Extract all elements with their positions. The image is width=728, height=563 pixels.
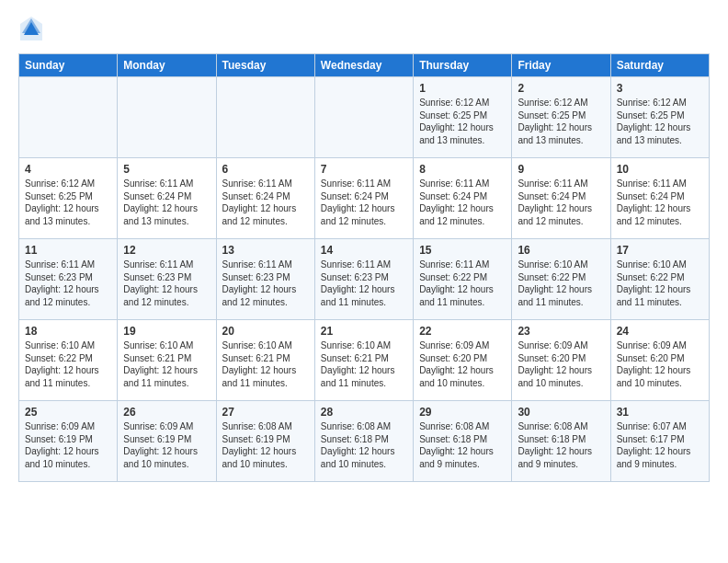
day-number: 12 bbox=[123, 244, 210, 257]
day-number: 14 bbox=[321, 244, 407, 257]
calendar-day-cell: 19Sunrise: 6:10 AM Sunset: 6:21 PM Dayli… bbox=[118, 320, 216, 401]
calendar-day-cell: 26Sunrise: 6:09 AM Sunset: 6:19 PM Dayli… bbox=[118, 401, 216, 482]
day-number: 17 bbox=[617, 244, 703, 257]
logo bbox=[18, 15, 48, 44]
day-number: 10 bbox=[617, 163, 703, 176]
day-info: Sunrise: 6:11 AM Sunset: 6:24 PM Dayligh… bbox=[321, 178, 407, 227]
day-info: Sunrise: 6:10 AM Sunset: 6:22 PM Dayligh… bbox=[617, 259, 703, 308]
calendar-day-header: Saturday bbox=[610, 54, 709, 77]
day-info: Sunrise: 6:11 AM Sunset: 6:23 PM Dayligh… bbox=[123, 259, 210, 308]
day-info: Sunrise: 6:09 AM Sunset: 6:20 PM Dayligh… bbox=[617, 339, 703, 389]
logo-icon bbox=[18, 15, 44, 44]
day-number: 29 bbox=[419, 406, 506, 419]
day-info: Sunrise: 6:08 AM Sunset: 6:18 PM Dayligh… bbox=[419, 420, 506, 470]
day-number: 18 bbox=[25, 325, 111, 338]
day-info: Sunrise: 6:12 AM Sunset: 6:25 PM Dayligh… bbox=[617, 97, 703, 146]
calendar-day-cell: 17Sunrise: 6:10 AM Sunset: 6:22 PM Dayli… bbox=[610, 239, 709, 320]
day-info: Sunrise: 6:10 AM Sunset: 6:21 PM Dayligh… bbox=[321, 339, 407, 389]
calendar-day-cell: 27Sunrise: 6:08 AM Sunset: 6:19 PM Dayli… bbox=[216, 401, 314, 482]
day-info: Sunrise: 6:11 AM Sunset: 6:24 PM Dayligh… bbox=[222, 178, 309, 227]
calendar-day-header: Thursday bbox=[414, 54, 512, 77]
header bbox=[18, 15, 710, 44]
day-info: Sunrise: 6:09 AM Sunset: 6:20 PM Dayligh… bbox=[518, 339, 604, 389]
day-info: Sunrise: 6:10 AM Sunset: 6:22 PM Dayligh… bbox=[518, 259, 604, 308]
day-number: 23 bbox=[518, 325, 604, 338]
day-info: Sunrise: 6:10 AM Sunset: 6:21 PM Dayligh… bbox=[222, 339, 309, 389]
calendar-day-cell: 13Sunrise: 6:11 AM Sunset: 6:23 PM Dayli… bbox=[216, 239, 314, 320]
calendar-day-header: Friday bbox=[512, 54, 610, 77]
calendar-day-cell: 7Sunrise: 6:11 AM Sunset: 6:24 PM Daylig… bbox=[314, 158, 413, 239]
calendar-day-cell: 6Sunrise: 6:11 AM Sunset: 6:24 PM Daylig… bbox=[216, 158, 314, 239]
day-info: Sunrise: 6:09 AM Sunset: 6:19 PM Dayligh… bbox=[25, 420, 111, 470]
day-number: 25 bbox=[25, 406, 111, 419]
day-number: 6 bbox=[222, 163, 309, 176]
calendar-day-header: Sunday bbox=[19, 54, 118, 77]
day-number: 30 bbox=[518, 406, 604, 419]
calendar-day-cell: 1Sunrise: 6:12 AM Sunset: 6:25 PM Daylig… bbox=[414, 77, 512, 158]
calendar-day-cell: 12Sunrise: 6:11 AM Sunset: 6:23 PM Dayli… bbox=[118, 239, 216, 320]
calendar-day-cell: 2Sunrise: 6:12 AM Sunset: 6:25 PM Daylig… bbox=[512, 77, 610, 158]
calendar-day-cell: 24Sunrise: 6:09 AM Sunset: 6:20 PM Dayli… bbox=[610, 320, 709, 401]
calendar-week-row: 4Sunrise: 6:12 AM Sunset: 6:25 PM Daylig… bbox=[19, 158, 710, 239]
calendar-week-row: 25Sunrise: 6:09 AM Sunset: 6:19 PM Dayli… bbox=[19, 401, 710, 482]
day-number: 19 bbox=[123, 325, 210, 338]
calendar-day-cell: 18Sunrise: 6:10 AM Sunset: 6:22 PM Dayli… bbox=[19, 320, 118, 401]
calendar-day-cell bbox=[314, 77, 413, 158]
calendar-day-cell: 10Sunrise: 6:11 AM Sunset: 6:24 PM Dayli… bbox=[610, 158, 709, 239]
calendar-day-cell: 29Sunrise: 6:08 AM Sunset: 6:18 PM Dayli… bbox=[414, 401, 512, 482]
day-info: Sunrise: 6:11 AM Sunset: 6:23 PM Dayligh… bbox=[321, 259, 407, 308]
day-number: 13 bbox=[222, 244, 309, 257]
calendar-day-cell: 28Sunrise: 6:08 AM Sunset: 6:18 PM Dayli… bbox=[314, 401, 413, 482]
day-info: Sunrise: 6:12 AM Sunset: 6:25 PM Dayligh… bbox=[518, 97, 604, 146]
calendar-day-header: Monday bbox=[118, 54, 216, 77]
day-number: 28 bbox=[321, 406, 407, 419]
page: SundayMondayTuesdayWednesdayThursdayFrid… bbox=[0, 0, 728, 497]
calendar-week-row: 1Sunrise: 6:12 AM Sunset: 6:25 PM Daylig… bbox=[19, 77, 710, 158]
day-number: 4 bbox=[25, 163, 111, 176]
calendar-day-cell: 5Sunrise: 6:11 AM Sunset: 6:24 PM Daylig… bbox=[118, 158, 216, 239]
day-number: 9 bbox=[518, 163, 604, 176]
day-info: Sunrise: 6:09 AM Sunset: 6:20 PM Dayligh… bbox=[419, 339, 506, 389]
day-info: Sunrise: 6:09 AM Sunset: 6:19 PM Dayligh… bbox=[123, 420, 210, 470]
calendar-day-cell: 8Sunrise: 6:11 AM Sunset: 6:24 PM Daylig… bbox=[414, 158, 512, 239]
day-number: 7 bbox=[321, 163, 407, 176]
calendar-header-row: SundayMondayTuesdayWednesdayThursdayFrid… bbox=[19, 54, 710, 77]
day-number: 3 bbox=[617, 82, 703, 95]
day-info: Sunrise: 6:08 AM Sunset: 6:18 PM Dayligh… bbox=[321, 420, 407, 470]
day-number: 5 bbox=[123, 163, 210, 176]
day-info: Sunrise: 6:10 AM Sunset: 6:22 PM Dayligh… bbox=[25, 339, 111, 389]
calendar-day-cell: 16Sunrise: 6:10 AM Sunset: 6:22 PM Dayli… bbox=[512, 239, 610, 320]
calendar-day-cell: 21Sunrise: 6:10 AM Sunset: 6:21 PM Dayli… bbox=[314, 320, 413, 401]
calendar-day-cell: 11Sunrise: 6:11 AM Sunset: 6:23 PM Dayli… bbox=[19, 239, 118, 320]
day-number: 11 bbox=[25, 244, 111, 257]
day-number: 21 bbox=[321, 325, 407, 338]
day-number: 22 bbox=[419, 325, 506, 338]
calendar-day-cell: 4Sunrise: 6:12 AM Sunset: 6:25 PM Daylig… bbox=[19, 158, 118, 239]
day-info: Sunrise: 6:11 AM Sunset: 6:24 PM Dayligh… bbox=[123, 178, 210, 227]
day-info: Sunrise: 6:11 AM Sunset: 6:23 PM Dayligh… bbox=[25, 259, 111, 308]
calendar-week-row: 18Sunrise: 6:10 AM Sunset: 6:22 PM Dayli… bbox=[19, 320, 710, 401]
calendar-day-header: Wednesday bbox=[314, 54, 413, 77]
day-info: Sunrise: 6:08 AM Sunset: 6:19 PM Dayligh… bbox=[222, 420, 309, 470]
calendar-day-cell bbox=[19, 77, 118, 158]
day-number: 20 bbox=[222, 325, 309, 338]
calendar-day-cell: 15Sunrise: 6:11 AM Sunset: 6:22 PM Dayli… bbox=[414, 239, 512, 320]
day-info: Sunrise: 6:08 AM Sunset: 6:18 PM Dayligh… bbox=[518, 420, 604, 470]
day-info: Sunrise: 6:12 AM Sunset: 6:25 PM Dayligh… bbox=[25, 178, 111, 227]
calendar-day-cell: 23Sunrise: 6:09 AM Sunset: 6:20 PM Dayli… bbox=[512, 320, 610, 401]
day-number: 1 bbox=[419, 82, 506, 95]
day-info: Sunrise: 6:10 AM Sunset: 6:21 PM Dayligh… bbox=[123, 339, 210, 389]
day-info: Sunrise: 6:11 AM Sunset: 6:24 PM Dayligh… bbox=[518, 178, 604, 227]
calendar-day-cell: 25Sunrise: 6:09 AM Sunset: 6:19 PM Dayli… bbox=[19, 401, 118, 482]
calendar-day-cell: 22Sunrise: 6:09 AM Sunset: 6:20 PM Dayli… bbox=[414, 320, 512, 401]
day-number: 26 bbox=[123, 406, 210, 419]
calendar-day-cell: 20Sunrise: 6:10 AM Sunset: 6:21 PM Dayli… bbox=[216, 320, 314, 401]
calendar-table: SundayMondayTuesdayWednesdayThursdayFrid… bbox=[18, 53, 710, 482]
calendar-day-cell: 30Sunrise: 6:08 AM Sunset: 6:18 PM Dayli… bbox=[512, 401, 610, 482]
day-number: 24 bbox=[617, 325, 703, 338]
calendar-day-cell: 31Sunrise: 6:07 AM Sunset: 6:17 PM Dayli… bbox=[610, 401, 709, 482]
day-info: Sunrise: 6:11 AM Sunset: 6:24 PM Dayligh… bbox=[419, 178, 506, 227]
calendar-day-cell: 9Sunrise: 6:11 AM Sunset: 6:24 PM Daylig… bbox=[512, 158, 610, 239]
day-number: 16 bbox=[518, 244, 604, 257]
day-number: 15 bbox=[419, 244, 506, 257]
